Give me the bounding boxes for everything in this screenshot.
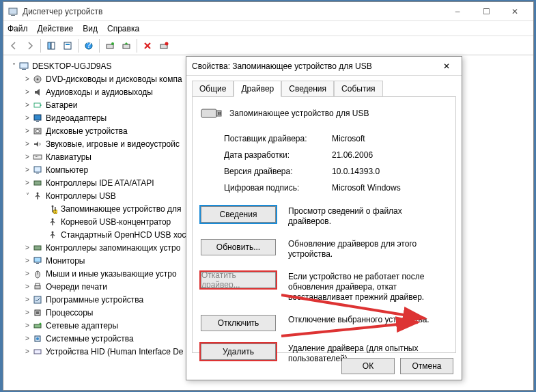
net-icon [32, 320, 43, 331]
app-icon [8, 6, 18, 17]
tree-item-label: DVD-дисководы и дисководы компа [46, 74, 182, 84]
disable-device-desc: Отключение выбранного устройства. [288, 315, 447, 325]
expand-icon[interactable]: > [23, 322, 32, 329]
expand-icon[interactable]: > [23, 114, 32, 122]
monitor-icon [32, 255, 43, 266]
scan-hardware-button[interactable] [102, 38, 117, 53]
battery-icon [32, 100, 43, 111]
expand-icon[interactable]: > [23, 244, 32, 251]
dialog-footer: ОК Отмена [341, 358, 453, 374]
tree-item-label: Мониторы [46, 256, 85, 266]
usb-icon [32, 191, 43, 201]
expand-icon[interactable]: > [23, 348, 32, 355]
driver-details-desc: Просмотр сведений о файлах драйверов. [288, 206, 447, 227]
update-driver-button[interactable] [119, 38, 134, 53]
close-button[interactable]: ✕ [500, 3, 529, 20]
forward-button[interactable] [23, 38, 38, 53]
tab-general[interactable]: Общие [192, 81, 234, 97]
tree-item-label: Запоминающее устройство для [61, 204, 181, 214]
svg-rect-65 [220, 112, 221, 115]
maximize-button[interactable]: ☐ [472, 3, 500, 20]
tab-driver[interactable]: Драйвер [234, 81, 281, 97]
svg-rect-19 [40, 104, 42, 106]
show-hide-tree-button[interactable] [44, 38, 59, 53]
properties-dialog: Свойства: Запоминающее устройство для US… [186, 56, 462, 380]
tree-item-label: Видеоадаптеры [46, 113, 107, 123]
svg-rect-4 [64, 42, 71, 49]
tree-item-label: Программные устройства [46, 295, 143, 305]
soft-icon [32, 294, 43, 305]
usb-storage-icon [201, 105, 223, 122]
expand-icon[interactable]: > [23, 75, 32, 83]
controller-icon [32, 242, 43, 253]
svg-rect-10 [123, 44, 130, 48]
update-driver-button[interactable]: Обновить... [201, 239, 276, 255]
tree-item-label: Аудиовходы и аудиовыходы [46, 87, 153, 97]
expand-icon[interactable]: > [23, 127, 32, 135]
expand-icon[interactable]: > [23, 88, 32, 96]
svg-point-23 [36, 129, 40, 132]
tree-root-label: DESKTOP-UGJD9AS [32, 61, 111, 71]
menu-action[interactable]: Действие [38, 24, 74, 33]
svg-point-60 [36, 337, 39, 340]
svg-rect-57 [34, 324, 41, 328]
dialog-close-button[interactable]: ✕ [437, 61, 456, 71]
expand-icon[interactable]: > [23, 335, 32, 342]
vendor-label: Поставщик драйвера: [224, 134, 332, 143]
tab-events[interactable]: События [334, 81, 383, 97]
dialog-titlebar: Свойства: Запоминающее устройство для US… [186, 57, 462, 76]
expand-icon[interactable]: > [23, 283, 32, 290]
printer-icon [32, 281, 43, 292]
expand-icon[interactable]: > [23, 166, 32, 173]
expand-icon[interactable]: > [23, 309, 32, 316]
uninstall-button[interactable] [140, 38, 155, 53]
ok-button[interactable]: ОК [341, 358, 395, 374]
keyboard-icon [32, 152, 43, 163]
rollback-driver-button[interactable]: Откатить драйвер... [201, 272, 276, 288]
expand-icon[interactable]: > [23, 270, 32, 277]
menubar: Файл Действие Вид Справка [3, 21, 533, 36]
mouse-icon [32, 268, 43, 279]
collapse-icon[interactable]: ˅ [9, 62, 18, 70]
disable-device-button[interactable]: Отключить [201, 315, 276, 331]
expand-icon[interactable]: ˅ [23, 192, 32, 199]
expand-icon[interactable]: > [23, 153, 32, 160]
tab-body-driver: Запоминающее устройство для USB Поставщи… [192, 96, 456, 353]
device-name: Запоминающее устройство для USB [229, 109, 369, 118]
properties-button[interactable] [60, 38, 75, 53]
expand-icon[interactable]: > [23, 101, 32, 109]
uninstall-driver-button[interactable]: Удалить [201, 344, 276, 360]
expand-icon[interactable]: > [23, 140, 32, 148]
driver-details-button[interactable]: Сведения [201, 206, 276, 223]
svg-point-58 [40, 322, 42, 324]
svg-rect-30 [34, 181, 41, 185]
tree-item-label: Устройства HID (Human Interface De [46, 347, 184, 356]
svg-rect-21 [36, 121, 39, 122]
back-button[interactable] [6, 38, 21, 53]
tree-item-label: Батареи [46, 100, 77, 110]
update-driver-desc: Обновление драйверов для этого устройств… [288, 239, 447, 260]
minimize-button[interactable]: – [443, 3, 472, 20]
svg-rect-27 [38, 156, 38, 157]
menu-file[interactable]: Файл [8, 24, 28, 33]
device-header: Запоминающее устройство для USB [201, 105, 447, 122]
tree-item-label: Контроллеры USB [46, 191, 116, 201]
svg-rect-2 [48, 42, 51, 49]
signature-value: Microsoft Windows [332, 183, 447, 193]
cancel-button[interactable]: Отмена [400, 358, 453, 374]
expand-icon[interactable]: > [23, 257, 32, 264]
expand-icon[interactable]: > [23, 179, 32, 186]
tree-item-label: Системные устройства [46, 334, 134, 344]
svg-rect-20 [34, 115, 41, 120]
help-button[interactable]: ? [81, 38, 96, 53]
expand-icon[interactable]: > [23, 296, 32, 303]
date-label: Дата разработки: [224, 150, 332, 160]
svg-rect-17 [35, 91, 37, 94]
menu-view[interactable]: Вид [83, 24, 98, 33]
menu-help[interactable]: Справка [107, 24, 139, 33]
svg-text:?: ? [87, 41, 91, 50]
tab-details[interactable]: Сведения [281, 81, 334, 97]
disable-button[interactable] [156, 38, 171, 53]
computer-icon [18, 61, 29, 72]
titlebar: Диспетчер устройств – ☐ ✕ [3, 2, 533, 21]
